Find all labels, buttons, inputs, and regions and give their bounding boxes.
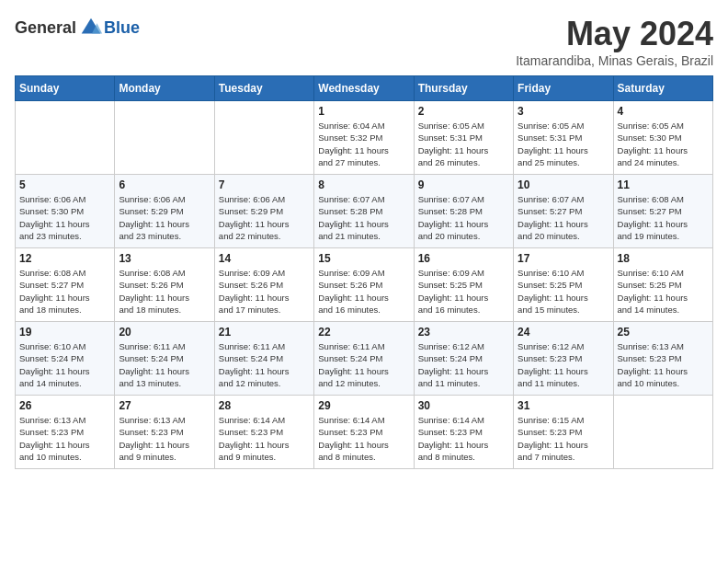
cell-day-number: 20 xyxy=(119,326,210,339)
cell-day-number: 1 xyxy=(318,105,409,118)
calendar-cell: 17Sunrise: 6:10 AM Sunset: 5:25 PM Dayli… xyxy=(514,248,613,322)
week-row-5: 26Sunrise: 6:13 AM Sunset: 5:23 PM Dayli… xyxy=(16,396,713,469)
cell-day-info: Sunrise: 6:09 AM Sunset: 5:26 PM Dayligh… xyxy=(318,267,409,316)
weekday-header-saturday: Saturday xyxy=(613,76,712,101)
weekday-header-thursday: Thursday xyxy=(414,76,513,101)
calendar-body: 1Sunrise: 6:04 AM Sunset: 5:32 PM Daylig… xyxy=(16,101,713,469)
logo: General Blue xyxy=(15,15,140,40)
week-row-3: 12Sunrise: 6:08 AM Sunset: 5:27 PM Dayli… xyxy=(16,248,713,322)
cell-day-info: Sunrise: 6:06 AM Sunset: 5:29 PM Dayligh… xyxy=(219,193,310,242)
weekday-header-monday: Monday xyxy=(115,76,214,101)
calendar-cell: 5Sunrise: 6:06 AM Sunset: 5:30 PM Daylig… xyxy=(16,175,115,248)
cell-day-number: 10 xyxy=(518,178,609,191)
calendar-cell: 15Sunrise: 6:09 AM Sunset: 5:26 PM Dayli… xyxy=(314,248,414,322)
cell-day-info: Sunrise: 6:09 AM Sunset: 5:26 PM Dayligh… xyxy=(219,267,310,316)
cell-day-number: 3 xyxy=(518,105,609,118)
week-row-2: 5Sunrise: 6:06 AM Sunset: 5:30 PM Daylig… xyxy=(16,175,713,248)
cell-day-info: Sunrise: 6:07 AM Sunset: 5:27 PM Dayligh… xyxy=(518,193,609,242)
cell-day-number: 11 xyxy=(618,178,709,191)
weekday-header-wednesday: Wednesday xyxy=(314,76,414,101)
cell-day-number: 22 xyxy=(318,326,409,339)
cell-day-info: Sunrise: 6:10 AM Sunset: 5:25 PM Dayligh… xyxy=(618,267,709,316)
logo-icon xyxy=(78,15,104,40)
calendar-cell xyxy=(115,101,214,175)
cell-day-number: 9 xyxy=(418,178,509,191)
calendar-cell: 14Sunrise: 6:09 AM Sunset: 5:26 PM Dayli… xyxy=(214,248,313,322)
cell-day-number: 28 xyxy=(219,399,310,412)
calendar-cell: 18Sunrise: 6:10 AM Sunset: 5:25 PM Dayli… xyxy=(613,248,712,322)
calendar-table: SundayMondayTuesdayWednesdayThursdayFrid… xyxy=(15,75,713,469)
calendar-cell xyxy=(214,101,313,175)
calendar-cell: 20Sunrise: 6:11 AM Sunset: 5:24 PM Dayli… xyxy=(115,322,214,396)
cell-day-info: Sunrise: 6:13 AM Sunset: 5:23 PM Dayligh… xyxy=(618,340,709,389)
calendar-cell: 2Sunrise: 6:05 AM Sunset: 5:31 PM Daylig… xyxy=(414,101,513,175)
cell-day-info: Sunrise: 6:13 AM Sunset: 5:23 PM Dayligh… xyxy=(119,414,210,463)
cell-day-number: 16 xyxy=(418,252,509,265)
cell-day-info: Sunrise: 6:12 AM Sunset: 5:24 PM Dayligh… xyxy=(418,340,509,389)
calendar-cell: 12Sunrise: 6:08 AM Sunset: 5:27 PM Dayli… xyxy=(16,248,115,322)
calendar-cell: 30Sunrise: 6:14 AM Sunset: 5:23 PM Dayli… xyxy=(414,396,513,469)
cell-day-number: 13 xyxy=(119,252,210,265)
calendar-cell: 28Sunrise: 6:14 AM Sunset: 5:23 PM Dayli… xyxy=(214,396,313,469)
calendar-cell: 13Sunrise: 6:08 AM Sunset: 5:26 PM Dayli… xyxy=(115,248,214,322)
calendar-cell: 1Sunrise: 6:04 AM Sunset: 5:32 PM Daylig… xyxy=(314,101,414,175)
cell-day-number: 8 xyxy=(318,178,409,191)
calendar-cell: 29Sunrise: 6:14 AM Sunset: 5:23 PM Dayli… xyxy=(314,396,414,469)
logo-text-blue: Blue xyxy=(104,18,140,38)
calendar-cell: 24Sunrise: 6:12 AM Sunset: 5:23 PM Dayli… xyxy=(514,322,613,396)
location-subtitle: Itamarandiba, Minas Gerais, Brazil xyxy=(516,53,713,68)
cell-day-number: 29 xyxy=(318,399,409,412)
cell-day-number: 31 xyxy=(518,399,609,412)
cell-day-info: Sunrise: 6:10 AM Sunset: 5:24 PM Dayligh… xyxy=(19,340,110,389)
month-year-title: May 2024 xyxy=(516,15,713,53)
cell-day-info: Sunrise: 6:09 AM Sunset: 5:25 PM Dayligh… xyxy=(418,267,509,316)
cell-day-info: Sunrise: 6:11 AM Sunset: 5:24 PM Dayligh… xyxy=(318,340,409,389)
cell-day-info: Sunrise: 6:11 AM Sunset: 5:24 PM Dayligh… xyxy=(119,340,210,389)
weekday-header-tuesday: Tuesday xyxy=(214,76,313,101)
cell-day-number: 21 xyxy=(219,326,310,339)
calendar-cell xyxy=(613,396,712,469)
cell-day-info: Sunrise: 6:11 AM Sunset: 5:24 PM Dayligh… xyxy=(219,340,310,389)
cell-day-number: 18 xyxy=(618,252,709,265)
cell-day-number: 23 xyxy=(418,326,509,339)
cell-day-number: 5 xyxy=(19,178,110,191)
weekday-header-row: SundayMondayTuesdayWednesdayThursdayFrid… xyxy=(16,76,713,101)
calendar-cell: 7Sunrise: 6:06 AM Sunset: 5:29 PM Daylig… xyxy=(214,175,313,248)
calendar-cell: 19Sunrise: 6:10 AM Sunset: 5:24 PM Dayli… xyxy=(16,322,115,396)
calendar-cell: 23Sunrise: 6:12 AM Sunset: 5:24 PM Dayli… xyxy=(414,322,513,396)
cell-day-info: Sunrise: 6:07 AM Sunset: 5:28 PM Dayligh… xyxy=(418,193,509,242)
cell-day-info: Sunrise: 6:13 AM Sunset: 5:23 PM Dayligh… xyxy=(19,414,110,463)
cell-day-number: 26 xyxy=(19,399,110,412)
calendar-cell: 3Sunrise: 6:05 AM Sunset: 5:31 PM Daylig… xyxy=(514,101,613,175)
cell-day-info: Sunrise: 6:12 AM Sunset: 5:23 PM Dayligh… xyxy=(518,340,609,389)
cell-day-info: Sunrise: 6:14 AM Sunset: 5:23 PM Dayligh… xyxy=(318,414,409,463)
cell-day-info: Sunrise: 6:06 AM Sunset: 5:30 PM Dayligh… xyxy=(19,193,110,242)
cell-day-info: Sunrise: 6:14 AM Sunset: 5:23 PM Dayligh… xyxy=(219,414,310,463)
cell-day-number: 15 xyxy=(318,252,409,265)
cell-day-number: 25 xyxy=(618,326,709,339)
calendar-cell: 10Sunrise: 6:07 AM Sunset: 5:27 PM Dayli… xyxy=(514,175,613,248)
cell-day-info: Sunrise: 6:04 AM Sunset: 5:32 PM Dayligh… xyxy=(318,120,409,168)
cell-day-info: Sunrise: 6:05 AM Sunset: 5:31 PM Dayligh… xyxy=(418,120,509,168)
cell-day-info: Sunrise: 6:14 AM Sunset: 5:23 PM Dayligh… xyxy=(418,414,509,463)
calendar-cell: 11Sunrise: 6:08 AM Sunset: 5:27 PM Dayli… xyxy=(613,175,712,248)
week-row-4: 19Sunrise: 6:10 AM Sunset: 5:24 PM Dayli… xyxy=(16,322,713,396)
cell-day-number: 19 xyxy=(19,326,110,339)
calendar-cell: 31Sunrise: 6:15 AM Sunset: 5:23 PM Dayli… xyxy=(514,396,613,469)
calendar-cell: 22Sunrise: 6:11 AM Sunset: 5:24 PM Dayli… xyxy=(314,322,414,396)
cell-day-info: Sunrise: 6:08 AM Sunset: 5:27 PM Dayligh… xyxy=(618,193,709,242)
cell-day-info: Sunrise: 6:05 AM Sunset: 5:31 PM Dayligh… xyxy=(518,120,609,168)
calendar-cell: 4Sunrise: 6:05 AM Sunset: 5:30 PM Daylig… xyxy=(613,101,712,175)
weekday-header-sunday: Sunday xyxy=(16,76,115,101)
title-area: May 2024 Itamarandiba, Minas Gerais, Bra… xyxy=(516,15,713,68)
cell-day-info: Sunrise: 6:06 AM Sunset: 5:29 PM Dayligh… xyxy=(119,193,210,242)
weekday-header-friday: Friday xyxy=(514,76,613,101)
cell-day-number: 30 xyxy=(418,399,509,412)
cell-day-info: Sunrise: 6:05 AM Sunset: 5:30 PM Dayligh… xyxy=(618,120,709,168)
calendar-cell xyxy=(16,101,115,175)
calendar-cell: 6Sunrise: 6:06 AM Sunset: 5:29 PM Daylig… xyxy=(115,175,214,248)
cell-day-info: Sunrise: 6:08 AM Sunset: 5:27 PM Dayligh… xyxy=(19,267,110,316)
cell-day-number: 27 xyxy=(119,399,210,412)
week-row-1: 1Sunrise: 6:04 AM Sunset: 5:32 PM Daylig… xyxy=(16,101,713,175)
cell-day-number: 4 xyxy=(618,105,709,118)
